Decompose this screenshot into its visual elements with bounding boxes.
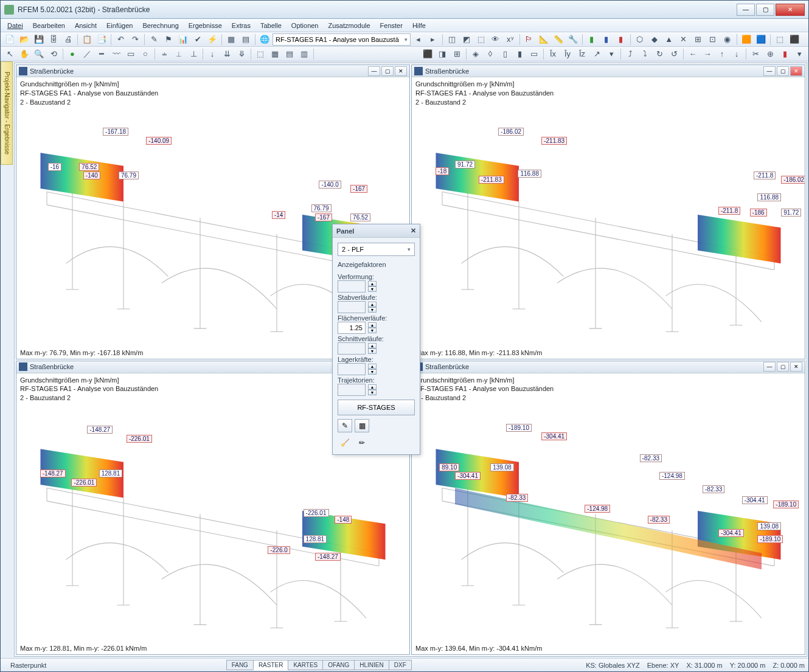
project-navigator-tab[interactable]: Projekt-Navigator - Ergebnisse xyxy=(1,61,13,165)
color-icon[interactable]: ▮ xyxy=(778,48,791,60)
view-close-button[interactable]: ✕ xyxy=(395,66,407,76)
panel-tool3-icon[interactable]: 🧹 xyxy=(338,436,352,449)
panel-tool2-icon[interactable]: ▦ xyxy=(355,419,369,432)
status-tab-dxf[interactable]: DXF xyxy=(389,660,412,670)
status-tab-raster[interactable]: RASTER xyxy=(253,660,289,670)
viewport-2[interactable]: Straßenbrücke — ▢ ✕ Grundschnittgrößen m… xyxy=(411,64,805,359)
a-icon[interactable]: 🏳 xyxy=(523,33,536,46)
rot2-icon[interactable]: ⤵ xyxy=(638,48,651,60)
col1-icon[interactable]: ▮ xyxy=(585,33,599,46)
menu-extras[interactable]: Extras xyxy=(227,21,255,30)
rot1-icon[interactable]: ⤴ xyxy=(623,48,637,60)
g5-icon[interactable]: ⊞ xyxy=(692,33,705,46)
viewport-4[interactable]: Straßenbrücke — ▢ ✕ Grundschnittgrößen m… xyxy=(411,361,805,656)
status-tab-kartes[interactable]: KARTES xyxy=(288,660,323,670)
sup3-icon[interactable]: ⊥ xyxy=(187,48,200,60)
tool-c[interactable]: ▤ xyxy=(283,48,296,60)
view-minimize-button[interactable]: — xyxy=(763,362,776,372)
view-close-button[interactable]: ✕ xyxy=(790,362,802,372)
cube2-icon[interactable]: ◩ xyxy=(460,33,473,46)
hand-icon[interactable]: ✋ xyxy=(18,48,31,60)
g1-icon[interactable]: ⬡ xyxy=(633,33,647,46)
member-icon[interactable]: ━ xyxy=(95,48,108,60)
paste-icon[interactable]: 📑 xyxy=(95,33,108,46)
line-icon[interactable]: ／ xyxy=(80,48,94,60)
axisxy-icon[interactable]: ↗ xyxy=(590,48,603,60)
close-icon[interactable]: ✕ xyxy=(411,227,416,235)
g2-icon[interactable]: ◆ xyxy=(648,33,661,46)
cube1-icon[interactable]: ◫ xyxy=(445,33,459,46)
view-maximize-button[interactable]: ▢ xyxy=(777,362,789,372)
menu-einfuegen[interactable]: Einfügen xyxy=(102,21,137,30)
sup1-icon[interactable]: ⫨ xyxy=(158,48,171,60)
status-tab-ofang[interactable]: OFANG xyxy=(322,660,355,670)
minimize-button[interactable]: — xyxy=(737,4,755,16)
panel-tool4-icon[interactable]: ✏ xyxy=(355,436,369,449)
view-maximize-button[interactable]: ▢ xyxy=(381,66,394,76)
tool-d[interactable]: ▥ xyxy=(297,48,311,60)
load1-icon[interactable]: ↓ xyxy=(206,48,219,60)
col3-icon[interactable]: ▮ xyxy=(614,33,628,46)
iso-icon[interactable]: ◈ xyxy=(469,48,482,60)
menu-optionen[interactable]: Optionen xyxy=(287,21,323,30)
sel-icon[interactable]: ⬚ xyxy=(773,33,786,46)
menu-tabelle[interactable]: Tabelle xyxy=(256,21,286,30)
front-icon[interactable]: ▯ xyxy=(498,48,512,60)
top-icon[interactable]: ▭ xyxy=(527,48,541,60)
side-icon[interactable]: ▮ xyxy=(513,48,526,60)
view-minimize-button[interactable]: — xyxy=(368,66,380,76)
mov3-icon[interactable]: ↑ xyxy=(715,48,729,60)
menu-bearbeiten[interactable]: Bearbeiten xyxy=(29,21,69,30)
print-icon[interactable]: 🖨 xyxy=(61,33,75,46)
persp-icon[interactable]: ◊ xyxy=(484,48,497,60)
menu-datei[interactable]: Datei xyxy=(3,21,27,30)
mov1-icon[interactable]: ← xyxy=(686,48,700,60)
menu-ansicht[interactable]: Ansicht xyxy=(71,21,101,30)
axis2-icon[interactable]: Īy xyxy=(561,48,574,60)
copy-icon[interactable]: 📋 xyxy=(80,33,94,46)
status-tab-hlinien[interactable]: HLINIEN xyxy=(354,660,389,670)
new-icon[interactable]: 📄 xyxy=(3,33,16,46)
circle-icon[interactable]: ○ xyxy=(139,48,152,60)
d-icon[interactable]: 🔧 xyxy=(566,33,580,46)
view-maximize-button[interactable]: ▢ xyxy=(777,66,789,76)
cursor-icon[interactable]: ↖ xyxy=(3,48,16,60)
curve-icon[interactable]: 〰 xyxy=(109,48,123,60)
box1-icon[interactable]: 🟧 xyxy=(740,33,753,46)
spinner[interactable]: ▲▼ xyxy=(368,322,377,333)
xyy-icon[interactable]: xʸ xyxy=(504,33,517,46)
menu-fenster[interactable]: Fenster xyxy=(376,21,407,30)
rect-icon[interactable]: ▭ xyxy=(124,48,137,60)
zoom-icon[interactable]: 🔍 xyxy=(32,48,46,60)
clip-icon[interactable]: ✂ xyxy=(749,48,762,60)
menu-zusatzmodule[interactable]: Zusatzmodule xyxy=(324,21,375,30)
save-icon[interactable]: 💾 xyxy=(32,33,46,46)
prev-icon[interactable]: ◂ xyxy=(412,33,425,46)
sup2-icon[interactable]: ⟂ xyxy=(172,48,186,60)
g6-icon[interactable]: ⊡ xyxy=(706,33,720,46)
menu-ergebnisse[interactable]: Ergebnisse xyxy=(184,21,226,30)
panel-tool1-icon[interactable]: ✎ xyxy=(338,419,352,432)
open-icon[interactable]: 📂 xyxy=(18,33,31,46)
flash-icon[interactable]: ⚡ xyxy=(206,33,219,46)
rot4-icon[interactable]: ↺ xyxy=(667,48,681,60)
view1-icon[interactable]: ⬛ xyxy=(421,48,434,60)
tool-b[interactable]: ▦ xyxy=(268,48,282,60)
table-icon[interactable]: ▦ xyxy=(224,33,238,46)
wand-icon[interactable]: ✎ xyxy=(147,33,161,46)
grid-icon[interactable]: ▤ xyxy=(239,33,252,46)
c-icon[interactable]: 📏 xyxy=(552,33,565,46)
box2-icon[interactable]: 🟦 xyxy=(754,33,768,46)
menu-berechnung[interactable]: Berechnung xyxy=(138,21,182,30)
down-icon[interactable]: ▾ xyxy=(605,48,618,60)
mov2-icon[interactable]: → xyxy=(701,48,714,60)
panel-combo[interactable]: 2 - PLF xyxy=(338,243,415,256)
moretools-icon[interactable]: ▾ xyxy=(793,48,806,60)
view-body[interactable]: Grundschnittgrößen m-y [kNm/m]RF-STAGES … xyxy=(412,373,805,655)
rf-stages-button[interactable]: RF-STAGES xyxy=(338,400,415,415)
g3-icon[interactable]: ▲ xyxy=(662,33,676,46)
ext-icon[interactable]: ⊕ xyxy=(763,48,777,60)
axis1-icon[interactable]: Īx xyxy=(546,48,560,60)
panel-titlebar[interactable]: Panel ✕ xyxy=(333,224,420,238)
panel-input-2[interactable] xyxy=(338,322,366,334)
